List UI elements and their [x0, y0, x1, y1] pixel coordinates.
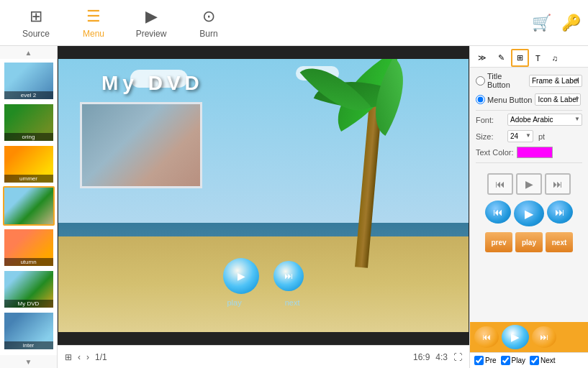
menu-button-label: Menu Button — [487, 96, 532, 104]
thumb-label: evel 2 — [4, 91, 53, 99]
nav-first-outline[interactable]: ⏮ — [487, 173, 513, 195]
next-checkbox-label[interactable]: Next — [530, 356, 556, 365]
menu-label: Menu — [83, 29, 104, 39]
key-icon[interactable]: 🔑 — [561, 14, 581, 32]
font-row: Font: Adobe Arabic — [476, 114, 582, 126]
list-item[interactable]: inter — [3, 311, 55, 351]
list-item[interactable]: My DVD — [3, 270, 55, 309]
nav-prev-orange[interactable]: prev — [485, 232, 512, 252]
nav-button-grid-outline: ⏮ ▶ ⏭ — [470, 170, 588, 198]
tab-music[interactable]: ♫ — [547, 50, 563, 66]
font-dropdown[interactable]: Adobe Arabic — [507, 114, 582, 126]
size-unit: pt — [538, 132, 545, 141]
play-label: Play — [512, 356, 525, 364]
list-item[interactable]: oring — [3, 103, 55, 142]
list-item[interactable] — [3, 186, 55, 226]
nav-last-active[interactable]: ⏭ — [532, 326, 556, 348]
main-area: ▲ evel 2 oring ummer utumn — [0, 46, 588, 368]
left-panel: ▲ evel 2 oring ummer utumn — [0, 46, 58, 368]
prev-page-button[interactable]: ‹ — [78, 352, 81, 362]
text-color-swatch[interactable] — [517, 147, 553, 158]
nav-first-blue[interactable]: ⏮ — [485, 201, 511, 224]
right-panel: ≫ ✎ ⊞ T ♫ Title Button — [469, 46, 588, 368]
title-button-section: Title Button Frame & Label Menu Button — [470, 68, 588, 170]
next-label: next — [285, 298, 300, 307]
nav-row-outline: ⏮ ▶ ⏭ — [474, 173, 584, 195]
thumb-label: oring — [4, 133, 53, 141]
nav-next-orange[interactable]: next — [546, 232, 573, 252]
title-button-radio-input[interactable] — [476, 76, 485, 86]
control-labels: play next — [227, 298, 300, 307]
ratio-169[interactable]: 16:9 — [413, 352, 430, 362]
cart-icon[interactable]: 🛒 — [532, 14, 551, 32]
preview-label: Preview — [136, 29, 167, 39]
text-color-row: Text Color: — [476, 147, 582, 158]
source-icon: ⊞ — [30, 7, 42, 26]
next-page-button[interactable]: › — [86, 352, 89, 362]
menu-button[interactable]: ☰ Menu — [65, 0, 122, 46]
nav-play-blue[interactable]: ▶ — [514, 201, 544, 226]
size-label: Size: — [476, 132, 505, 141]
thumbnail-image — [4, 188, 53, 224]
page-indicator: 1/1 — [95, 352, 107, 362]
text-icon: T — [535, 54, 540, 63]
menu-icon: ☰ — [86, 7, 101, 26]
dvd-preview: My DVD ▶ ⏭ play next — [58, 59, 469, 332]
size-row: Size: 24 pt — [476, 130, 582, 142]
preview-button[interactable]: ▶ Preview — [122, 0, 180, 46]
frame-icon: ⊞ — [65, 352, 72, 362]
next-checkbox[interactable] — [530, 356, 539, 365]
list-item[interactable]: evel 2 — [3, 61, 55, 101]
tab-arrow[interactable]: ≫ — [473, 50, 492, 66]
list-item[interactable]: utumn — [3, 228, 55, 267]
title-button-label: Title Button — [487, 72, 526, 89]
tab-layout[interactable]: ⊞ — [511, 49, 529, 67]
play-label: play — [227, 298, 242, 307]
source-label: Source — [22, 29, 50, 39]
divider — [476, 110, 582, 111]
nav-play-orange[interactable]: play — [515, 232, 543, 252]
scroll-up-button[interactable]: ▲ — [0, 46, 57, 59]
title-button-dropdown-wrap: Frame & Label — [529, 75, 582, 87]
menu-button-radio[interactable]: Menu Button — [476, 95, 532, 104]
tab-text[interactable]: T — [530, 50, 546, 66]
burn-button[interactable]: ⊙ Burn — [180, 0, 238, 46]
pre-label: Pre — [485, 356, 497, 364]
nav-button-grid-orange-text: prev play next — [470, 229, 588, 255]
size-dropdown[interactable]: 24 — [507, 130, 533, 142]
fullscreen-icon[interactable]: ⛶ — [453, 352, 462, 362]
menu-button-dropdown[interactable]: Icon & Label — [535, 93, 581, 106]
ratio-43[interactable]: 4:3 — [435, 352, 448, 362]
nav-last-outline[interactable]: ⏭ — [545, 173, 571, 195]
title-button-row: Title Button Frame & Label — [476, 72, 582, 89]
nav-play-outline[interactable]: ▶ — [516, 173, 542, 195]
nav-first-active[interactable]: ⏮ — [474, 326, 499, 348]
thumbnail-content — [82, 104, 200, 186]
nav-play-active[interactable]: ▶ — [502, 325, 529, 349]
control-button-row: ▶ ⏭ — [223, 258, 304, 294]
title-button-dropdown[interactable]: Frame & Label — [529, 75, 582, 87]
menu-button-radio-input[interactable] — [476, 95, 485, 104]
next-button[interactable]: ⏭ — [273, 261, 304, 291]
nav-row-blue: ⏮ ▶ ⏭ — [474, 201, 584, 226]
play-checkbox[interactable] — [501, 356, 510, 365]
play-button[interactable]: ▶ — [223, 258, 259, 294]
font-dropdown-wrap: Adobe Arabic — [507, 114, 582, 126]
pre-checkbox[interactable] — [474, 356, 484, 365]
list-item[interactable]: ummer — [3, 144, 55, 184]
nav-last-blue[interactable]: ⏭ — [547, 201, 573, 224]
arrow-icon: ≫ — [478, 53, 487, 62]
burn-label: Burn — [199, 29, 217, 39]
pre-checkbox-label[interactable]: Pre — [474, 356, 497, 365]
layout-icon: ⊞ — [517, 53, 523, 62]
tab-edit[interactable]: ✎ — [493, 50, 510, 66]
right-scroll-area: Title Button Frame & Label Menu Button — [470, 68, 588, 322]
dvd-title: My DVD — [101, 72, 204, 95]
music-icon: ♫ — [552, 54, 558, 63]
size-dropdown-wrap: 24 — [507, 130, 533, 142]
source-button[interactable]: ⊞ Source — [7, 0, 65, 46]
dvd-canvas: My DVD ▶ ⏭ play next — [58, 46, 469, 345]
scroll-down-button[interactable]: ▼ — [0, 355, 57, 368]
title-button-radio[interactable]: Title Button — [476, 72, 526, 89]
play-checkbox-label[interactable]: Play — [501, 356, 525, 365]
